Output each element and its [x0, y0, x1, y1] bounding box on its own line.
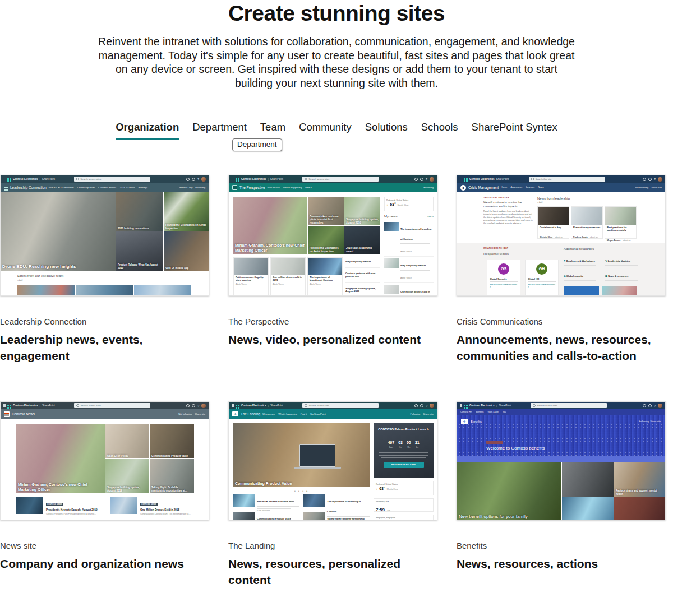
divider: |	[40, 178, 40, 181]
tab-community[interactable]: Community	[299, 121, 352, 140]
nav-item: Home	[501, 186, 507, 189]
share-site-label: Share site	[195, 413, 205, 415]
hub-nav-item: Contoso HR	[460, 411, 472, 413]
search-icon	[533, 404, 536, 407]
site-thumbnail-news-site[interactable]: Contoso Electronics | SharePoint Search …	[0, 401, 209, 520]
hero-photo: Miriam Graham, Contoso's new Chief Marke…	[16, 424, 105, 493]
tab-organization[interactable]: Organization	[116, 121, 179, 140]
share-site-label: Share site	[650, 420, 661, 423]
search-placeholder: Search across sites	[309, 404, 330, 407]
weather-city: Redmond, United States	[386, 199, 431, 201]
photo-strip	[134, 285, 191, 296]
news-snippet: Contoso President, Patti Fernadez delive…	[46, 513, 103, 515]
news-badge: CONTOSO NEWS	[46, 503, 63, 506]
site-name: The Perspective	[239, 186, 265, 189]
tile-headline: Communicating Product Value	[151, 455, 192, 457]
site-thumbnail-leadership-connection[interactable]: Contoso Electronics | SharePoint Search …	[0, 175, 209, 296]
site-name: Benefits	[471, 420, 482, 423]
bell-icon	[414, 404, 418, 407]
product-label: SharePoint	[499, 404, 511, 407]
site-thumbnail-crisis-communications[interactable]: Contoso Electronics SharePoint Search th…	[457, 175, 666, 296]
search-box: Search across sites	[302, 403, 379, 408]
read-press-release-button: READ PRESS RELEASE	[384, 462, 424, 468]
site-header: ✛ The Landing Who we are What's happenin…	[229, 409, 437, 419]
nav-item: Awareness	[510, 186, 522, 189]
help-icon: ?	[654, 404, 656, 407]
help-section: WE ARE HERE TO HELP Response teams GS Gl…	[457, 243, 665, 295]
news-title: One million drones sold in 2019	[271, 275, 305, 282]
tab-solutions[interactable]: Solutions	[365, 121, 408, 140]
carousel-dots: • • • •	[233, 489, 370, 493]
countdown-card: CONTOSO Falcon Product Launch 467Days 03…	[374, 423, 434, 478]
response-team-card: GS Global Security See our latest commun…	[487, 260, 520, 296]
news-title: One Million Drones Sold in 2018	[140, 508, 195, 512]
search-icon	[305, 404, 307, 407]
tile-headline: Singapore building update, August 2019	[107, 486, 147, 492]
news-row: CONTOSO NEWS President's Keynote Speech:…	[16, 497, 103, 520]
hub-nav: Contoso HR Benefits Work & Life You	[457, 409, 665, 415]
search-box: Search across sites	[74, 403, 150, 408]
photo-tile	[614, 497, 666, 520]
card-the-perspective: Contoso Electronics | SharePoint Search …	[228, 175, 437, 401]
news-badge: CONTOSO NEWS	[140, 503, 158, 506]
section-title: Latest from our executive team	[17, 274, 63, 277]
countdown-title: CONTOSO Falcon Product Launch	[377, 428, 430, 432]
hub-nav-item: Benefits	[476, 411, 484, 413]
search-placeholder: Search this site	[536, 178, 552, 180]
team-name: Global Security	[487, 275, 520, 280]
site-header: Leadership Connection Patti & CEO Connec…	[1, 183, 209, 192]
following-label: Following	[639, 420, 649, 423]
suite-bar: Contoso Electronics | SharePoint Search …	[229, 175, 437, 183]
site-thumbnail-the-perspective[interactable]: Contoso Electronics | SharePoint Search …	[228, 175, 437, 296]
news-tile: Open Door Policy	[105, 424, 149, 458]
site-header: The Perspective Who we are What's happen…	[229, 183, 437, 192]
contoso-logo-icon	[236, 178, 237, 180]
site-thumbnail-the-landing[interactable]: Contoso Electronics | SharePoint Search …	[228, 401, 437, 520]
brand-label: Contoso Electronics	[13, 178, 38, 180]
divider: |	[268, 404, 269, 407]
clock-ampm: PM	[387, 510, 390, 512]
photo-tile: Reduce stress and support mental health	[614, 462, 666, 497]
not-following-label: Not following	[635, 186, 648, 189]
news-tile: VeriFLY mobile app	[164, 231, 209, 271]
clock-card: Singapore, Singapore 10:59 AM	[374, 515, 434, 520]
news-card: One million drones sold in 2019 Adele Va…	[270, 257, 306, 296]
hero-photo: Miriam Graham, Contoso's new Chief Marke…	[233, 197, 307, 254]
news-photo	[271, 258, 305, 275]
resource-item: Global security	[566, 275, 583, 277]
site-actions: Not followingShare site	[635, 186, 662, 189]
news-author: Christie Cline	[540, 236, 552, 238]
news-author: Adele Vance	[271, 282, 305, 285]
search-box: Search across sites	[531, 403, 607, 408]
section-title: Additional resources	[564, 247, 642, 251]
clock-card: Redmond, WA 7:59 PM	[374, 498, 434, 512]
nav-item: Find it	[301, 413, 307, 415]
nav-item: 2019-20 Goals	[119, 186, 135, 189]
news-photo	[571, 207, 602, 225]
news-link: Why simplicity matters	[345, 257, 380, 268]
bell-icon	[186, 178, 190, 181]
tab-schools[interactable]: Schools	[421, 121, 458, 140]
tab-department[interactable]: Department	[192, 121, 247, 140]
news-tile: Pushing the Boundaries on Aerial Inspect…	[164, 192, 209, 231]
drone-icon: ✛	[461, 419, 468, 424]
site-name: The Landing	[241, 412, 260, 416]
resource-item: Employees & Workplaces	[566, 260, 595, 262]
search-box: Search across sites	[74, 177, 150, 182]
hamburger-icon	[3, 178, 6, 178]
tab-team[interactable]: Team	[260, 121, 285, 140]
news-title: President's Keynote Speech: August 2019	[46, 508, 103, 512]
tab-sharepoint-syntex[interactable]: SharePoint Syntex	[472, 121, 557, 140]
site-header: Contoso News Not followingShare site	[1, 409, 209, 419]
bell-icon	[643, 404, 646, 407]
suite-icons: ?	[414, 177, 434, 182]
news-link-list: Why simplicity matters Contoso partners …	[345, 257, 380, 293]
section-label: WE ARE HERE TO HELP	[483, 247, 562, 249]
site-thumbnail-benefits[interactable]: Contoso Electronics | SharePoint Search …	[457, 401, 666, 520]
nav-item: Who we are	[262, 413, 275, 415]
news-title: The importance of branding at Contoso	[308, 275, 342, 282]
my-news-list: The importance of branding at ContosoAde…	[384, 220, 434, 296]
site-actions: Not followingShare site	[178, 413, 205, 415]
tile-headline: Pushing the Boundaries on Aerial Inspect…	[165, 224, 208, 230]
hamburger-icon	[232, 178, 234, 178]
